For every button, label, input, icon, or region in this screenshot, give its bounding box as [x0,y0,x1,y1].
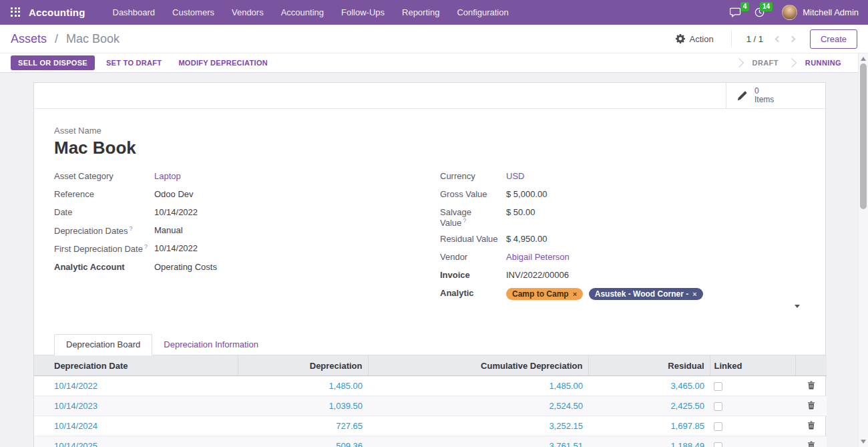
table-row: 10/14/2024 727.65 3,252.15 1,697.85 [34,416,827,436]
help-marker: ? [463,217,466,224]
field-label: Reference [54,189,154,201]
cell-actions [795,396,827,416]
salvage-value[interactable]: $ 50.00 [506,207,535,228]
cell-depreciation[interactable]: 727.65 [238,416,368,436]
cell-depreciation[interactable]: 1,039.50 [238,396,368,416]
cell-residual[interactable]: 2,425.50 [588,396,710,416]
chevron-left-icon [775,35,782,42]
menu-accounting[interactable]: Accounting [272,0,333,25]
cell-depreciation[interactable]: 1,485.00 [238,376,368,396]
user-name[interactable]: Mitchell Admin [803,7,859,17]
header-cumulative-depreciation: Cumulative Depreciation [368,355,588,376]
cell-date[interactable]: 10/14/2024 [34,416,238,436]
analytic-tag: Asustek - Wood Corner -× [589,288,703,300]
date-value[interactable]: 10/14/2022 [154,207,198,219]
vendor-link[interactable]: Abigail Peterson [506,252,570,264]
cell-date[interactable]: 10/14/2025 [34,436,238,447]
cell-residual[interactable]: 1,697.85 [588,416,710,436]
first-depreciation-date-value[interactable]: 10/14/2022 [154,243,198,255]
depreciation-board-table: Depreciation Date Depreciation Cumulativ… [34,355,827,447]
tab-depreciation-board[interactable]: Depreciation Board [54,334,152,355]
field-label: Currency [440,171,506,183]
cell-cumulative[interactable]: 3,252.15 [368,416,588,436]
state-separator-chevron [787,58,797,67]
header-depreciation-date: Depreciation Date [34,355,238,376]
tag-remove-icon[interactable]: × [692,291,696,298]
sell-or-dispose-button[interactable]: SELL OR DISPOSE [11,55,95,70]
delete-row-button[interactable] [807,401,815,412]
scrollbar-down-arrow[interactable] [861,440,866,444]
cell-linked [710,396,795,416]
delete-row-button[interactable] [807,441,815,447]
reference-value[interactable]: Odoo Dev [154,189,194,201]
apps-grid-icon[interactable] [11,7,21,18]
linked-checkbox[interactable] [714,402,722,411]
field-analytic-tags: Analytic Camp to Camp× Asustek - Wood Co… [440,288,805,300]
residual-value[interactable]: $ 4,950.00 [506,234,547,246]
linked-checkbox[interactable] [714,422,722,431]
cell-actions [795,376,827,396]
cell-date[interactable]: 10/14/2023 [34,396,238,416]
cell-cumulative[interactable]: 3,761.51 [368,436,588,447]
action-label: Action [690,34,714,44]
delete-row-button[interactable] [807,381,815,392]
cell-cumulative[interactable]: 2,524.50 [368,396,588,416]
gross-value[interactable]: $ 5,000.00 [506,189,547,201]
items-stat-button[interactable]: 0 Items [726,83,825,108]
create-button[interactable]: Create [810,29,857,49]
invoice-value[interactable]: INV/2022/00006 [506,270,569,282]
asset-category-link[interactable]: Laptop [154,171,181,183]
cell-cumulative[interactable]: 1,485.00 [368,376,588,396]
fields-right-column: Currency USD Gross Value $ 5,000.00 Salv… [440,171,805,306]
user-avatar[interactable] [782,5,797,20]
notebook-tabs: Depreciation Board Depreciation Informat… [34,334,825,355]
menu-follow-ups[interactable]: Follow-Ups [333,0,393,25]
pager-previous-button[interactable] [771,34,785,44]
cell-residual[interactable]: 3,465.00 [588,376,710,396]
tag-remove-icon[interactable]: × [573,291,577,298]
dropdown-caret-icon[interactable] [795,305,800,308]
help-marker: ? [130,225,133,232]
activities-icon[interactable]: 14 [748,5,771,20]
tab-depreciation-information[interactable]: Depreciation Information [152,335,270,355]
action-menu-button[interactable]: Action [676,34,731,44]
chevron-right-icon [789,35,796,42]
cell-residual[interactable]: 1,188.49 [588,436,710,447]
gear-icon [676,34,685,43]
analytic-account-value[interactable]: Operating Costs [154,262,217,274]
set-to-draft-button[interactable]: SET TO DRAFT [106,59,162,67]
cell-depreciation[interactable]: 509.36 [238,436,368,447]
depreciation-dates-value[interactable]: Manual [154,225,183,237]
asset-name-value[interactable]: Mac Book [54,138,805,158]
linked-checkbox[interactable] [714,442,722,447]
field-label: Asset Category [54,171,154,183]
pager-next-button[interactable] [785,34,799,44]
modify-depreciation-button[interactable]: MODIFY DEPRECIATION [178,59,268,67]
state-widget: DRAFT RUNNING [734,53,858,72]
menu-dashboard[interactable]: Dashboard [104,0,164,25]
linked-checkbox[interactable] [714,382,722,391]
scrollbar-thumb[interactable] [860,63,867,209]
items-label: Items [754,96,774,104]
currency-link[interactable]: USD [506,171,524,183]
menu-configuration[interactable]: Configuration [448,0,517,25]
cell-date[interactable]: 10/14/2022 [34,376,238,396]
breadcrumb-assets-link[interactable]: Assets [11,32,47,45]
state-separator-chevron [734,58,744,67]
messages-icon[interactable]: 4 [723,5,748,20]
delete-row-button[interactable] [807,421,815,432]
state-running[interactable]: RUNNING [797,59,850,67]
state-draft[interactable]: DRAFT [744,59,787,67]
menu-vendors[interactable]: Vendors [223,0,272,25]
menu-reporting[interactable]: Reporting [393,0,448,25]
menu-customers[interactable]: Customers [164,0,223,25]
table-row: 10/14/2022 1,485.00 1,485.00 3,465.00 [34,376,827,396]
navbar-systray: 4 14 Mitchell Admin [723,5,859,20]
header-residual: Residual [588,355,710,376]
field-gross-value: Gross Value $ 5,000.00 [440,189,805,201]
scrollbar-up-arrow[interactable] [861,57,866,61]
field-label: Invoice [440,270,506,282]
trash-icon [807,421,815,430]
app-name[interactable]: Accounting [29,7,85,18]
analytic-tag: Camp to Camp× [506,288,583,300]
